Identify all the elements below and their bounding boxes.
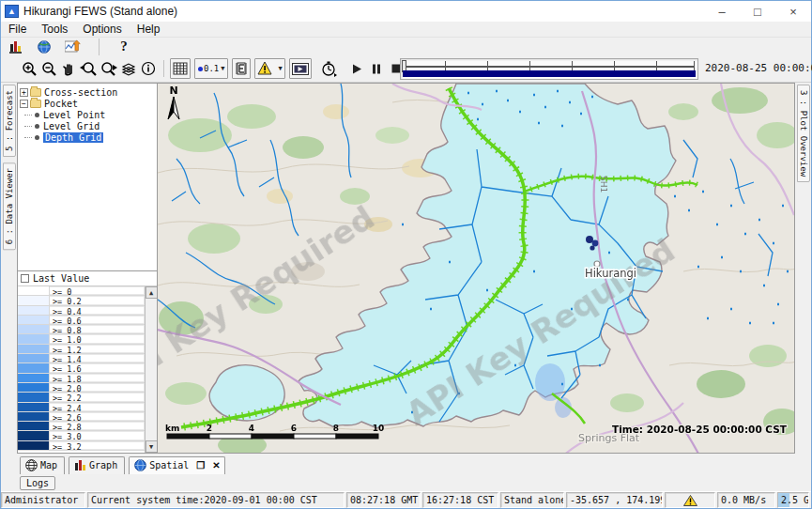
color-swatch <box>18 354 50 362</box>
map-view[interactable]: API Key Required API Key Required N km <box>158 83 795 454</box>
minimize-button[interactable]: – <box>704 1 740 22</box>
color-swatch <box>18 383 50 392</box>
pan-hand-icon[interactable] <box>59 58 78 79</box>
bullet-icon <box>35 135 39 140</box>
legend-scrollbar[interactable]: ▲ ▼ <box>145 286 157 453</box>
tab-forecast[interactable]: 5 : Forecast <box>3 85 16 157</box>
maximize-button[interactable]: □ <box>740 1 775 22</box>
tree-node-depth-grid[interactable]: Depth Grid <box>20 131 155 143</box>
svg-text:4: 4 <box>249 424 254 433</box>
app-icon: ▲ <box>5 5 19 18</box>
menu-file[interactable]: File <box>8 23 26 36</box>
legend-row[interactable]: >= 1.2 <box>18 345 145 354</box>
tab-map[interactable]: Map <box>20 456 65 474</box>
layers-icon[interactable] <box>119 58 139 79</box>
elevation-button[interactable] <box>232 58 251 79</box>
tab-graph[interactable]: Graph <box>69 456 125 474</box>
pause-button[interactable] <box>368 59 386 78</box>
legend-row[interactable]: >= 2.2 <box>18 393 145 402</box>
legend-row[interactable]: >= 1.8 <box>18 374 145 383</box>
play-button[interactable] <box>348 59 366 78</box>
legend-row[interactable]: >= 2.4 <box>18 403 145 412</box>
flood-lobe-polygon <box>209 365 284 421</box>
menu-tools[interactable]: Tools <box>41 23 68 36</box>
legend-row[interactable]: >= 2.0 <box>18 383 145 393</box>
legend-row[interactable]: >= 0 <box>18 286 145 296</box>
color-swatch <box>18 334 50 343</box>
tree-node-pocket[interactable]: − Pocket <box>20 98 155 109</box>
status-system-time: Current system time:2020-09-01 00:00 CST <box>87 492 345 508</box>
database-bars-icon[interactable] <box>7 37 25 57</box>
color-swatch <box>18 296 50 304</box>
svg-text:10: 10 <box>373 424 385 433</box>
scroll-up-icon[interactable]: ▲ <box>146 286 158 299</box>
status-user: Administrator <box>1 492 85 508</box>
legend-row[interactable]: >= 1.4 <box>18 354 145 363</box>
color-swatch <box>18 403 50 411</box>
zoom-in-icon[interactable] <box>20 58 39 79</box>
bar-chart-icon <box>74 459 86 471</box>
status-memory: 2.5 GB <box>777 492 809 508</box>
color-swatch <box>18 441 50 450</box>
tab-plot-overview[interactable]: 3 : Plot Overview <box>797 85 810 182</box>
bottom-tab-bar: Map Graph Spatial ❐ ✕ <box>1 454 811 474</box>
expand-icon[interactable]: + <box>20 88 28 97</box>
scroll-down-icon[interactable]: ▼ <box>146 440 158 453</box>
legend-row[interactable]: >= 0.8 <box>18 325 145 334</box>
legend-rows: >= 0 >= 0.2 >= 0.4 >= 0.6 >= 0.8 >= 1.0 … <box>18 286 145 453</box>
warning-threshold-button[interactable]: ▼ <box>254 58 284 79</box>
legend-row[interactable]: >= 0.4 <box>18 306 145 316</box>
animation-movie-button[interactable] <box>289 58 312 79</box>
globe-icon <box>134 459 146 471</box>
time-slider[interactable] <box>400 58 698 80</box>
legend-row[interactable]: >= 3.2 <box>18 441 145 451</box>
last-value-checkbox[interactable] <box>21 274 29 283</box>
restore-pane-icon[interactable]: ❐ <box>196 460 205 470</box>
tab-data-viewer[interactable]: 6 : Data Viewer <box>3 162 16 250</box>
logs-button[interactable]: Logs <box>20 476 55 490</box>
folder-icon <box>30 100 41 108</box>
close-pane-icon[interactable]: ✕ <box>212 460 220 470</box>
svg-text:2: 2 <box>207 424 212 433</box>
left-panel: + Cross-section − Pocket Level Point Lev… <box>17 83 158 454</box>
globe-icon[interactable] <box>35 37 54 57</box>
legend-row[interactable]: >= 0.2 <box>18 296 145 305</box>
legend-row[interactable]: >= 2.8 <box>18 422 145 431</box>
zoom-out-icon[interactable] <box>39 58 59 79</box>
depth-legend: Last Value >= 0 >= 0.2 >= 0.4 >= 0.6 >= … <box>18 270 157 453</box>
bullet-icon <box>35 113 39 117</box>
tree-node-cross-section[interactable]: + Cross-section <box>20 86 155 98</box>
color-swatch <box>18 345 50 353</box>
zoom-next-icon[interactable] <box>99 58 119 79</box>
tree-node-level-grid[interactable]: Level Grid <box>20 120 155 131</box>
legend-row[interactable]: >= 0.6 <box>18 316 145 325</box>
layer-tree: + Cross-section − Pocket Level Point Lev… <box>18 84 157 270</box>
status-gmt-time: 08:27:18 GMT <box>346 492 421 508</box>
tree-node-level-point[interactable]: Level Point <box>20 109 155 120</box>
info-icon[interactable] <box>139 58 158 79</box>
legend-row[interactable]: >= 1.6 <box>18 363 145 373</box>
help-icon[interactable]: ? <box>115 37 133 57</box>
legend-row[interactable]: >= 1.0 <box>18 334 145 344</box>
status-download-speed: 0.0 MB/s <box>717 492 775 508</box>
tree-node-label: Level Grid <box>43 121 100 131</box>
logs-row: Logs <box>1 474 811 491</box>
color-swatch <box>18 316 50 324</box>
tab-spatial[interactable]: Spatial ❐ ✕ <box>129 456 225 474</box>
timeseries-chart-icon[interactable] <box>63 37 84 57</box>
town-label: Hikurangi <box>585 267 636 280</box>
menu-help[interactable]: Help <box>137 23 161 36</box>
chevron-down-icon: ▼ <box>278 65 282 72</box>
collapse-icon[interactable]: − <box>20 100 28 108</box>
tree-node-label: Cross-section <box>44 87 117 98</box>
timer-icon[interactable] <box>319 58 339 79</box>
contour-interval-dropdown[interactable]: 0.1 ▼ <box>194 58 228 79</box>
legend-row[interactable]: >= 3.0 <box>18 431 145 440</box>
legend-row[interactable]: >= 2.6 <box>18 412 145 422</box>
zoom-previous-icon[interactable] <box>78 58 99 79</box>
color-swatch <box>18 306 50 315</box>
close-button[interactable]: × <box>775 1 811 22</box>
menu-options[interactable]: Options <box>83 23 121 36</box>
status-warning <box>665 492 715 508</box>
grid-display-button[interactable] <box>170 58 191 79</box>
